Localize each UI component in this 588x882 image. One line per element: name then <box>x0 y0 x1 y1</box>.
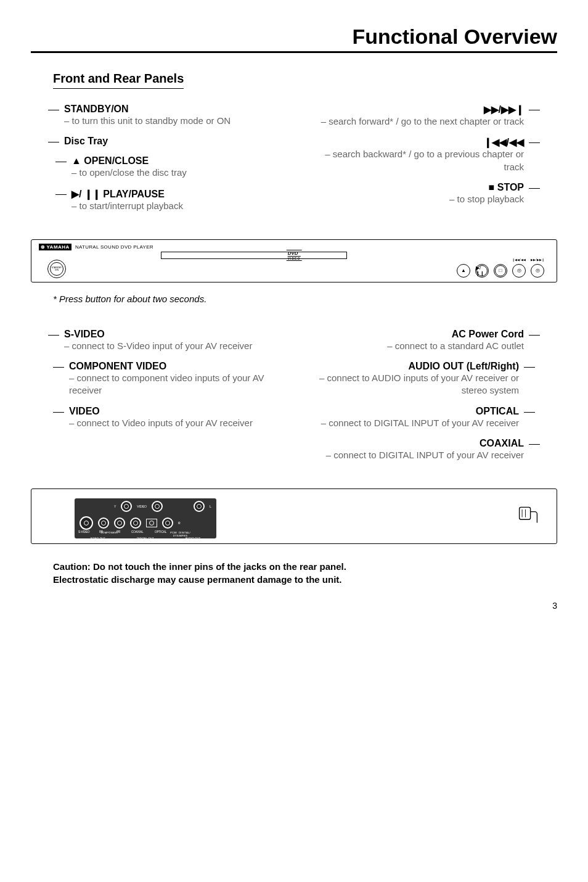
open-close-button-icon: ▲ <box>457 264 470 278</box>
stop-button-icon: □ <box>494 264 507 278</box>
feature-desc: – connect to a standard AC outlet <box>303 340 524 352</box>
skip-back-button-icon: ◎ <box>512 264 526 278</box>
device-front-diagram: YAMAHA NATURAL SOUND DVD PLAYER DVD VIDE… <box>31 239 557 282</box>
feature-component-video: COMPONENT VIDEO – connect to component v… <box>67 361 288 397</box>
feature-head: AC Power Cord <box>303 329 524 340</box>
jack-r-label: R <box>178 521 181 525</box>
jack-pr-icon <box>114 517 125 529</box>
feature-desc: – search forward* / go to the next chapt… <box>303 115 524 128</box>
brand-row: YAMAHA NATURAL SOUND DVD PLAYER <box>39 244 153 250</box>
page-number: 3 <box>31 601 557 611</box>
caution-note: Caution: Do not touch the inner pins of … <box>53 560 557 586</box>
feature-desc: – to turn this unit to standby mode or O… <box>64 115 285 127</box>
feature-head: Disc Tray <box>64 136 285 147</box>
feature-search-backward: ❙◀◀/◀◀ – search backward* / go to a prev… <box>300 136 526 173</box>
yamaha-logo: YAMAHA <box>39 244 71 250</box>
jack-video-label: VIDEO <box>137 505 147 508</box>
feature-search-forward: ▶▶/▶▶❙ – search forward* / go to the nex… <box>300 104 526 128</box>
feature-head: COMPONENT VIDEO <box>69 361 285 372</box>
caution-line1: Caution: Do not touch the inner pins of … <box>53 561 346 572</box>
jack-svideo-icon <box>80 516 93 530</box>
feature-head: ▲ OPEN/CLOSE <box>71 155 285 167</box>
feature-stop: ■ STOP – to stop playback <box>300 182 526 205</box>
feature-ac-power-cord: AC Power Cord – connect to a standard AC… <box>300 329 526 352</box>
feature-head: ❙◀◀/◀◀ <box>303 136 524 148</box>
feature-open-close: ▲ OPEN/CLOSE – to open/close the disc tr… <box>69 155 288 179</box>
feature-coaxial: COAXIAL – connect to DIGITAL INPUT of yo… <box>300 438 526 461</box>
skip-back-label: ❙◀◀/◀◀ <box>512 258 526 262</box>
jack-video-icon <box>152 501 163 512</box>
device-rear-diagram: Y VIDEO L R S-VIDEO <box>31 488 557 544</box>
play-pause-button-icon: ▶/❙❙ <box>475 264 489 278</box>
feature-desc: – connect to DIGITAL INPUT of your AV re… <box>303 417 519 429</box>
jack-audio-l-icon <box>194 501 205 512</box>
feature-head: AUDIO OUT (Left/Right) <box>303 361 519 372</box>
feature-head: ▶/ ❙❙ PLAY/PAUSE <box>71 188 285 200</box>
caution-line2: Electrostatic discharge may cause perman… <box>53 574 341 585</box>
feature-audio-out: AUDIO OUT (Left/Right) – connect to AUDI… <box>300 361 521 397</box>
feature-head: COAXIAL <box>303 438 524 449</box>
feature-desc: – connect to Video inputs of your AV rec… <box>69 417 285 429</box>
page-title: Functional Overview <box>31 25 557 53</box>
dvd-logo-sub: VIDEO <box>288 256 301 260</box>
feature-desc: – to start/interrupt playback <box>71 200 285 212</box>
feature-optical: OPTICAL – connect to DIGITAL INPUT of yo… <box>300 406 521 429</box>
jack-optical-icon <box>146 519 157 527</box>
feature-desc: – connect to AUDIO inputs of your AV rec… <box>303 372 519 397</box>
feature-disc-tray: Disc Tray <box>62 136 288 147</box>
jack-coaxial-icon <box>130 517 141 529</box>
feature-head: OPTICAL <box>303 406 519 417</box>
feature-s-video: S-VIDEO – connect to S-Video input of yo… <box>62 329 288 352</box>
feature-head: STANDBY/ON <box>64 104 285 115</box>
feature-desc: – search backward* / go to a previous ch… <box>303 148 524 173</box>
front-transport-buttons: ▲ ▶/❙❙ □ ❙◀◀/◀◀ ◎ ▶▶/▶▶❙ ◎ <box>457 264 544 278</box>
press-two-seconds-footnote: * Press button for about two seconds. <box>53 294 557 304</box>
power-cord-icon <box>517 504 539 526</box>
dvd-logo-text: DVD <box>288 250 298 256</box>
feature-head: S-VIDEO <box>64 329 285 340</box>
feature-head: ▶▶/▶▶❙ <box>303 104 524 115</box>
rear-audio-out-label: AUDIO OUT <box>186 537 201 540</box>
feature-desc: – to open/close the disc tray <box>71 167 285 179</box>
section-title: Front and Rear Panels <box>53 72 184 89</box>
rear-panel-callouts: S-VIDEO – connect to S-Video input of yo… <box>31 329 557 544</box>
feature-desc: – connect to component video inputs of y… <box>69 372 285 397</box>
feature-desc: – connect to S-Video input of your AV re… <box>64 340 285 352</box>
dvd-logo: DVD VIDEO <box>287 250 302 261</box>
brand-tagline: NATURAL SOUND DVD PLAYER <box>75 244 153 250</box>
disc-tray-slot <box>161 252 347 259</box>
feature-desc: – to stop playback <box>303 193 524 205</box>
feature-desc: – connect to DIGITAL INPUT of your AV re… <box>303 449 524 461</box>
rear-video-out-label: VIDEO OUT <box>90 537 105 540</box>
front-panel-callouts: STANDBY/ON – to turn this unit to standb… <box>31 104 557 282</box>
jack-audio-r-icon <box>162 517 173 529</box>
jack-pb-icon <box>98 517 109 529</box>
rear-digital-out-label: DIGITAL OUT <box>137 537 154 540</box>
rear-jack-panel: Y VIDEO L R S-VIDEO <box>75 498 216 538</box>
jack-y-label: Y <box>114 505 116 508</box>
feature-head: VIDEO <box>69 406 285 417</box>
skip-fwd-label: ▶▶/▶▶❙ <box>531 258 544 262</box>
jack-y-icon <box>121 501 132 512</box>
skip-fwd-button-icon: ◎ <box>531 264 544 278</box>
feature-standby-on: STANDBY/ON – to turn this unit to standb… <box>62 104 288 127</box>
standby-button-icon <box>47 260 66 278</box>
svg-rect-0 <box>520 507 531 519</box>
feature-head: ■ STOP <box>303 182 524 193</box>
jack-l-label: L <box>210 505 211 508</box>
feature-video: VIDEO – connect to Video inputs of your … <box>67 406 288 429</box>
feature-play-pause: ▶/ ❙❙ PLAY/PAUSE – to start/interrupt pl… <box>69 188 288 212</box>
